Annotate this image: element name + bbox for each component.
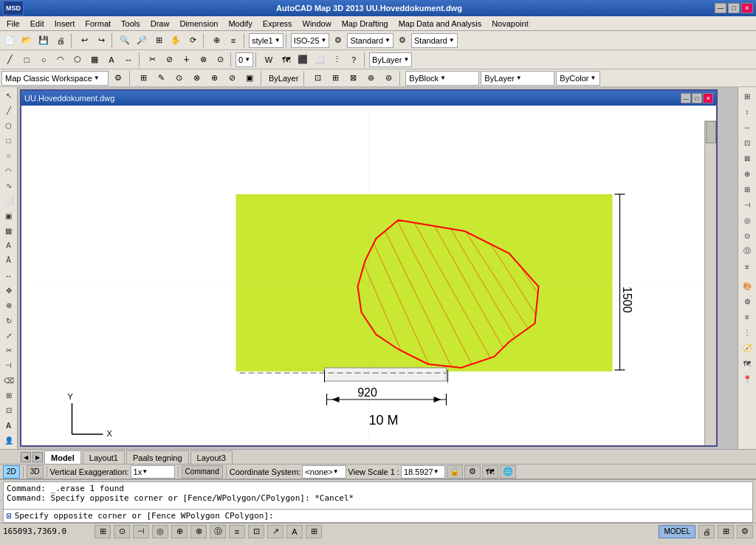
rt-view4[interactable]: ⊡ bbox=[740, 135, 755, 150]
ws-btn3[interactable]: ⊙ bbox=[171, 70, 187, 86]
new-btn[interactable]: 📄 bbox=[1, 32, 18, 49]
maximize-button[interactable]: □ bbox=[728, 3, 740, 13]
grid-icon[interactable]: ⊞ bbox=[94, 525, 111, 538]
polar-icon[interactable]: ◎ bbox=[152, 525, 168, 538]
lt-move[interactable]: ✥ bbox=[1, 284, 16, 298]
lt-copy[interactable]: ⊕ bbox=[1, 298, 16, 312]
ws-snap2[interactable]: ⊞ bbox=[327, 70, 343, 86]
model-btn[interactable]: MODEL bbox=[659, 525, 695, 538]
map-btn4[interactable]: ⋮ bbox=[329, 52, 345, 68]
dim-btn[interactable]: ↔ bbox=[120, 52, 137, 68]
lt-dimension[interactable]: ↔ bbox=[1, 269, 16, 283]
sel-icon[interactable]: ↗ bbox=[267, 525, 284, 538]
canvas-area[interactable]: UU.Hoveddokument.dwg — □ ✕ X Y bbox=[18, 87, 738, 449]
globe-icon[interactable]: 🌐 bbox=[500, 465, 516, 479]
ortho-icon[interactable]: ⊣ bbox=[133, 525, 149, 538]
redo-btn[interactable]: ↪ bbox=[93, 32, 109, 49]
ws-snap1[interactable]: ⊡ bbox=[309, 70, 326, 86]
ws-btn7[interactable]: ▣ bbox=[241, 70, 258, 86]
workspace-dropdown[interactable]: Map Classic Workspace ▼ bbox=[1, 71, 109, 86]
settings-icon[interactable]: ⚙ bbox=[464, 465, 481, 479]
rt-xref[interactable]: ⋮ bbox=[740, 325, 755, 340]
lt-trim[interactable]: ✂ bbox=[1, 343, 16, 357]
bycolor-dropdown[interactable]: ByColor ▼ bbox=[556, 71, 600, 86]
standard2-dropdown[interactable]: Standard ▼ bbox=[411, 33, 458, 48]
workspace-settings-btn[interactable]: ⚙ bbox=[110, 70, 126, 86]
zero-dropdown[interactable]: 0 ▼ bbox=[236, 52, 253, 67]
menu-map-data[interactable]: Map Data and Analysis bbox=[394, 18, 487, 30]
standard-dropdown[interactable]: Standard ▼ bbox=[347, 33, 394, 48]
tab-paals[interactable]: Paals tegning bbox=[126, 450, 189, 464]
rt-view5[interactable]: ⊠ bbox=[740, 151, 755, 165]
minimize-button[interactable]: — bbox=[715, 3, 726, 13]
menu-file[interactable]: File bbox=[1, 18, 25, 30]
3d-btn[interactable]: 3D bbox=[27, 465, 44, 479]
ws-snap4[interactable]: ⊛ bbox=[362, 70, 379, 86]
command-btn[interactable]: Command bbox=[182, 465, 223, 479]
w-btn[interactable]: W bbox=[261, 52, 277, 68]
lt-text[interactable]: A bbox=[1, 239, 16, 253]
lt-measure[interactable]: ⊡ bbox=[1, 403, 16, 417]
rt-map1[interactable]: 🗺 bbox=[740, 356, 755, 371]
snap-mode-icon[interactable]: ⊙ bbox=[114, 525, 130, 538]
lt-rect[interactable]: □ bbox=[1, 134, 16, 148]
lt-arc[interactable]: ◠ bbox=[1, 163, 16, 177]
map-btn1[interactable]: 🗺 bbox=[278, 52, 294, 68]
lt-poly[interactable]: ⬡ bbox=[1, 119, 16, 133]
ws-snap3[interactable]: ⊠ bbox=[345, 70, 361, 86]
rt-view2[interactable]: ↕ bbox=[740, 104, 755, 119]
setting-bottom-icon[interactable]: ⚙ bbox=[737, 525, 753, 538]
lt-erase[interactable]: ⌫ bbox=[1, 374, 16, 388]
rt-snap[interactable]: ⊕ bbox=[740, 166, 755, 181]
draw-poly-btn[interactable]: ⬡ bbox=[69, 52, 86, 68]
lt-text-a[interactable]: A bbox=[1, 419, 16, 433]
ws-btn2[interactable]: ✎ bbox=[153, 70, 169, 86]
osnap-icon[interactable]: ⊕ bbox=[171, 525, 188, 538]
menu-express[interactable]: Express bbox=[258, 18, 298, 30]
menu-tools[interactable]: Tools bbox=[116, 18, 145, 30]
print-preview-icon[interactable]: 🖨 bbox=[698, 525, 715, 538]
scrollbar-thumb[interactable] bbox=[706, 121, 716, 143]
vertical-scrollbar[interactable] bbox=[704, 120, 716, 445]
tab-layout3[interactable]: Layout3 bbox=[190, 450, 233, 464]
tab-prev[interactable]: ◀ bbox=[21, 452, 31, 462]
lt-mtext[interactable]: Ā bbox=[1, 253, 16, 267]
lock-icon[interactable]: 🔒 bbox=[447, 465, 463, 479]
orbit-btn[interactable]: ⟳ bbox=[185, 32, 201, 49]
zoom-in-btn[interactable]: 🔍 bbox=[117, 32, 133, 49]
menu-dimension[interactable]: Dimension bbox=[174, 18, 223, 30]
dyn-icon[interactable]: Ⓓ bbox=[210, 525, 226, 538]
edit4-btn[interactable]: ⊗ bbox=[195, 52, 211, 68]
lt-user[interactable]: 👤 bbox=[1, 433, 16, 448]
rt-properties[interactable]: ⚙ bbox=[740, 294, 755, 309]
menu-format[interactable]: Format bbox=[80, 18, 116, 30]
byblock-dropdown[interactable]: ByBlock ▼ bbox=[405, 71, 479, 86]
draw-rect-btn[interactable]: □ bbox=[18, 52, 35, 68]
ws-btn5[interactable]: ⊕ bbox=[206, 70, 222, 86]
rt-dyn[interactable]: Ⓓ bbox=[740, 244, 755, 258]
2d-btn[interactable]: 2D bbox=[3, 465, 20, 479]
bylayer-toolbar-dropdown[interactable]: ByLayer ▼ bbox=[369, 52, 412, 67]
command-input-row[interactable]: ⊡ Specify opposite corner or [Fence WPol… bbox=[3, 510, 753, 523]
lt-rotate[interactable]: ↻ bbox=[1, 313, 16, 327]
vert-exag-dropdown[interactable]: 1x ▼ bbox=[131, 465, 175, 479]
view-scale-dropdown[interactable]: 18.5927 ▼ bbox=[401, 465, 445, 479]
viewport-icon[interactable]: ⊞ bbox=[718, 525, 734, 538]
zoom-extent-btn[interactable]: ⊞ bbox=[151, 32, 167, 49]
iso-dropdown[interactable]: ISO-25 ▼ bbox=[291, 33, 330, 48]
ws-btn1[interactable]: ⊞ bbox=[135, 70, 151, 86]
ws-snap5[interactable]: ⊜ bbox=[380, 70, 396, 86]
lt-region[interactable]: ⬜ bbox=[1, 193, 16, 208]
tab-layout1[interactable]: Layout1 bbox=[83, 450, 125, 464]
otrack-icon[interactable]: ⊗ bbox=[190, 525, 207, 538]
close-button[interactable]: ✕ bbox=[741, 3, 753, 13]
menu-insert[interactable]: Insert bbox=[49, 18, 80, 30]
rt-view3[interactable]: ↔ bbox=[740, 120, 755, 134]
edit1-btn[interactable]: ✂ bbox=[144, 52, 160, 68]
menu-modify[interactable]: Modify bbox=[223, 18, 257, 30]
ws-icon[interactable]: ⊞ bbox=[306, 525, 322, 538]
rt-lw[interactable]: ≡ bbox=[740, 259, 755, 274]
rt-nav[interactable]: 🧭 bbox=[740, 340, 755, 355]
bylayer-dropdown[interactable]: ByLayer ▼ bbox=[481, 71, 554, 86]
coord-sys-dropdown[interactable]: <none> ▼ bbox=[302, 465, 346, 479]
